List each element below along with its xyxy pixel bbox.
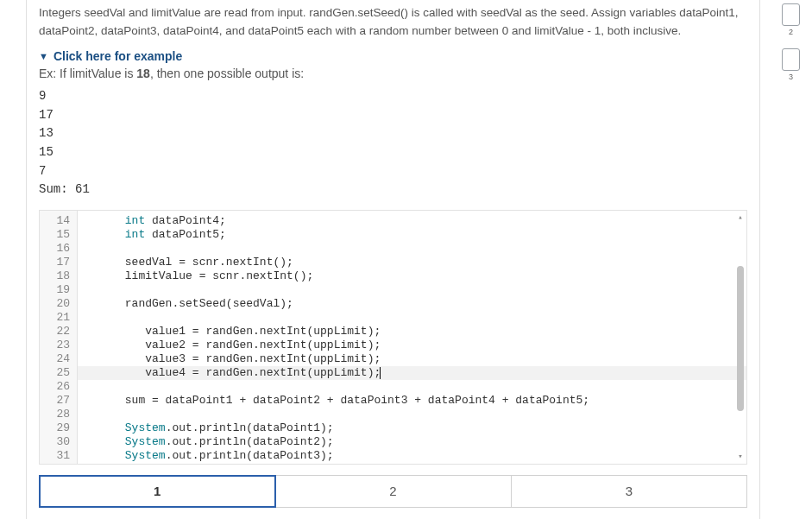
line-number: 27 [52,394,70,408]
scroll-thumb[interactable] [737,266,744,411]
code-area[interactable]: int dataPoint4; int dataPoint5; seedVal … [78,211,746,464]
main-panel: Integers seedVal and limitValue are read… [26,0,760,519]
code-line[interactable]: int dataPoint5; [78,228,746,242]
code-line[interactable]: System.out.println(dataPoint3); [78,449,746,463]
line-number: 21 [52,311,70,325]
tab-2[interactable]: 2 [275,476,511,507]
line-number: 26 [52,380,70,394]
line-number-gutter: 141516171819202122232425262728293031 [40,211,78,464]
example-toggle-label: Click here for example [54,49,182,63]
line-number: 16 [52,242,70,256]
code-line[interactable]: seedVal = scnr.nextInt(); [78,256,746,269]
line-number: 15 [52,228,70,242]
tab-1[interactable]: 1 [40,476,275,507]
example-output: 9 17 13 15 7 Sum: 61 [39,87,747,199]
example-toggle[interactable]: ▼ Click here for example [39,49,747,63]
example-suffix: , then one possible output is: [150,66,304,80]
code-line[interactable]: randGen.setSeed(seedVal); [78,297,746,311]
pagination-tabs: 1 2 3 [39,475,747,508]
scroll-down-icon[interactable]: ▾ [736,452,745,462]
code-line[interactable]: value4 = randGen.nextInt(uppLimit); [78,366,746,380]
line-number: 25 [52,366,70,380]
code-line[interactable] [78,311,746,325]
code-line[interactable] [78,380,746,394]
line-number: 29 [52,421,70,435]
instructions-text: Integers seedVal and limitValue are read… [39,4,747,41]
scroll-up-icon[interactable]: ▴ [736,212,745,223]
line-number: 14 [52,214,70,228]
line-number: 23 [52,339,70,352]
code-line[interactable] [78,242,746,256]
line-number: 18 [52,269,70,283]
line-number: 30 [52,435,70,449]
code-editor[interactable]: 141516171819202122232425262728293031 int… [39,210,747,465]
line-number: 24 [52,352,70,366]
page-box-icon [782,3,800,26]
line-number: 22 [52,325,70,339]
code-line[interactable]: int dataPoint4; [78,214,746,228]
code-line[interactable]: System.out.println(dataPoint2); [78,435,746,449]
side-item-2[interactable]: 2 [782,3,800,36]
code-line[interactable]: sum = dataPoint1 + dataPoint2 + dataPoin… [78,394,746,408]
line-number: 20 [52,297,70,311]
code-line[interactable]: value1 = randGen.nextInt(uppLimit); [78,325,746,339]
line-number: 19 [52,283,70,297]
caret-down-icon: ▼ [39,51,48,61]
example-description: Ex: If limitValue is 18, then one possib… [39,66,747,80]
example-value: 18 [136,66,150,80]
side-label: 3 [789,73,793,81]
text-caret [380,367,381,379]
line-number: 17 [52,256,70,269]
code-line[interactable]: value2 = randGen.nextInt(uppLimit); [78,339,746,352]
code-line[interactable] [78,283,746,297]
example-prefix: Ex: If limitValue is [39,66,136,80]
line-number: 31 [52,449,70,463]
code-line[interactable]: value3 = randGen.nextInt(uppLimit); [78,352,746,366]
code-line[interactable]: System.out.println(dataPoint1); [78,421,746,435]
code-line[interactable]: limitValue = scnr.nextInt(); [78,269,746,283]
line-number: 28 [52,408,70,421]
code-line[interactable] [78,408,746,421]
side-indicators: 2 3 [782,3,800,81]
editor-scrollbar[interactable]: ▴ ▾ [736,212,745,462]
side-label: 2 [789,28,793,36]
page-box-icon [782,48,800,71]
tab-3[interactable]: 3 [512,476,746,507]
side-item-3[interactable]: 3 [782,48,800,81]
